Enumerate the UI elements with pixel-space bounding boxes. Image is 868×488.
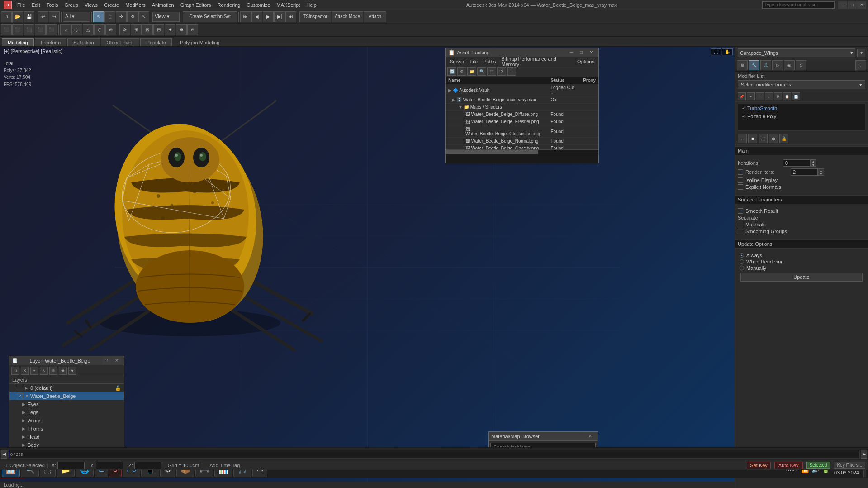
modifier-list-dropdown[interactable]: Select modifier from list ▾ xyxy=(738,80,865,89)
auto-key-btn[interactable]: Auto Key xyxy=(774,462,803,469)
select-region-button[interactable]: ⬚ xyxy=(104,11,115,22)
asset-tb-btn-6[interactable]: ? xyxy=(497,67,506,76)
play-button[interactable]: ▶ xyxy=(263,11,274,22)
y-input[interactable] xyxy=(96,462,123,469)
next-frame-button[interactable]: ▶| xyxy=(274,11,285,22)
scale-button[interactable]: ⤡ xyxy=(138,11,149,22)
tool-btn-12[interactable]: ⊞ xyxy=(131,24,142,35)
mod-copy-btn[interactable]: ⎘ xyxy=(774,92,782,100)
isoline-cb[interactable] xyxy=(738,177,743,183)
modifier-editable-poly[interactable]: ✓ Editable Poly xyxy=(738,112,865,120)
select-filter-dropdown[interactable]: All ▾ xyxy=(63,12,90,22)
nav-icon-1[interactable]: ↔ xyxy=(738,134,747,143)
tab-object-paint[interactable]: Object Paint xyxy=(101,38,140,46)
asset-tb-btn-7[interactable]: → xyxy=(507,67,516,76)
always-radio[interactable] xyxy=(740,253,744,258)
layer-item-thorns[interactable]: ▶ Thorns xyxy=(9,425,124,433)
nav-icon-4[interactable]: ⊕ xyxy=(769,134,778,143)
tool-btn-8[interactable]: △ xyxy=(83,24,94,35)
undo-button[interactable]: ↩ xyxy=(38,11,48,22)
asset-row-opacity[interactable]: 🖼 Water_Beetle_Beige_Opacity.png Found xyxy=(446,145,598,150)
tool-btn-6[interactable]: ○ xyxy=(60,24,71,35)
layer-item-waterbeetle[interactable]: ✓ ▼ Water_Beetle_Beige xyxy=(9,392,124,400)
rp-tab-modify[interactable]: 🔧 xyxy=(749,60,759,70)
new-file-button[interactable]: 🗋 xyxy=(1,11,12,22)
rp-tab-display2[interactable]: ◉ xyxy=(784,60,795,70)
close-button[interactable]: ✕ xyxy=(857,1,866,9)
asset-maximize-button[interactable]: □ xyxy=(577,49,586,56)
iterations-up-btn[interactable]: ▲ xyxy=(810,159,816,163)
mod-paste-instanced-btn[interactable]: 📄 xyxy=(792,92,800,100)
layer-lock-default[interactable]: 🔒 xyxy=(115,385,121,391)
render-iters-down-btn[interactable]: ▼ xyxy=(818,172,824,176)
asset-tb-btn-3[interactable]: 📁 xyxy=(467,67,476,76)
app-icon[interactable]: 3 xyxy=(4,1,12,9)
asset-row-vault[interactable]: ▶🔷 Autodesk Vault Logged Out ... xyxy=(446,84,598,96)
asset-scrollbar[interactable] xyxy=(446,149,598,154)
rp-nav-btn[interactable]: ▾ xyxy=(857,49,865,57)
mod-delete-btn[interactable]: ✕ xyxy=(747,92,755,100)
open-file-button[interactable]: 📂 xyxy=(12,11,23,22)
when-rendering-radio[interactable] xyxy=(740,259,744,264)
tab-modeling[interactable]: Modeling xyxy=(2,38,34,46)
viewport[interactable]: [+] [Perspective] [Realistic] Total Poly… xyxy=(0,47,735,488)
mod-pin-btn[interactable]: 📌 xyxy=(738,92,746,100)
tsinspector-button[interactable]: TSInspector xyxy=(299,11,331,22)
menu-item-animation[interactable]: Animation xyxy=(149,1,177,9)
asset-menu-bitmap[interactable]: Bitmap Performance and Memory xyxy=(499,56,574,67)
menu-item-file[interactable]: File xyxy=(14,1,28,9)
layer-more-btn[interactable]: ▼ xyxy=(68,367,76,375)
tool-btn-17[interactable]: ⊛ xyxy=(187,24,198,35)
last-frame-button[interactable]: ⏭ xyxy=(285,11,296,22)
asset-input-bar[interactable] xyxy=(446,154,598,163)
first-frame-button[interactable]: ⏮ xyxy=(240,11,251,22)
iterations-input[interactable] xyxy=(783,159,810,167)
layer-help-button[interactable]: ? xyxy=(102,357,111,364)
tab-populate[interactable]: Populate xyxy=(140,38,171,46)
tool-btn-10[interactable]: ⊕ xyxy=(105,24,116,35)
layer-delete-btn[interactable]: ✕ xyxy=(21,367,29,375)
rp-tab-utilities[interactable]: ⚙ xyxy=(796,60,806,70)
menu-item-modifiers[interactable]: Modifiers xyxy=(123,1,148,9)
menu-item-tools[interactable]: Tools xyxy=(44,1,61,9)
minimize-button[interactable]: ─ xyxy=(838,1,847,9)
layer-new-btn[interactable]: 🗋 xyxy=(11,367,19,375)
tool-btn-16[interactable]: ❈ xyxy=(176,24,187,35)
tool-btn-4[interactable]: ⬛ xyxy=(35,24,46,35)
create-selection-set[interactable]: Create Selection Set xyxy=(183,11,237,22)
menu-item-group[interactable]: Group xyxy=(62,1,81,9)
restore-button[interactable]: □ xyxy=(848,1,857,9)
asset-menu-options[interactable]: Options xyxy=(575,58,597,65)
materials-cb[interactable] xyxy=(738,222,743,227)
nav-icon-5[interactable]: 🔒 xyxy=(779,134,788,143)
menu-item-customize[interactable]: Customize xyxy=(244,1,273,9)
mod-paste-btn[interactable]: 📋 xyxy=(783,92,791,100)
mod-move-up-btn[interactable]: ↑ xyxy=(756,92,764,100)
tool-btn-7[interactable]: ◇ xyxy=(71,24,82,35)
tool-btn-14[interactable]: ⊟ xyxy=(153,24,164,35)
move-button[interactable]: ✛ xyxy=(116,11,127,22)
search-field[interactable]: Type a keyword or phrase xyxy=(762,1,835,9)
z-input[interactable] xyxy=(134,462,161,469)
asset-menu-file[interactable]: File xyxy=(467,58,480,65)
rp-tab-motion[interactable]: ▷ xyxy=(772,60,783,70)
menu-item-edit[interactable]: Edit xyxy=(29,1,43,9)
material-close-button[interactable]: ✕ xyxy=(586,433,595,440)
modifier-turbosmooth[interactable]: ✓ TurboSmooth xyxy=(738,104,865,112)
asset-row-fresnel[interactable]: 🖼 Water_Beetle_Beige_Fresnel.png Found xyxy=(446,118,598,125)
rp-tab-hierarchy[interactable]: ⚓ xyxy=(760,60,771,70)
asset-tb-btn-1[interactable]: 🔄 xyxy=(447,67,456,76)
asset-scrollbar-thumb[interactable] xyxy=(446,150,538,154)
asset-tb-btn-4[interactable]: 🔍 xyxy=(477,67,486,76)
asset-path-input[interactable] xyxy=(447,156,597,161)
render-iters-cb[interactable]: ✓ xyxy=(738,169,743,175)
attach-mode-button[interactable]: Attach Mode xyxy=(332,11,363,22)
manually-radio[interactable] xyxy=(740,266,744,270)
tool-btn-11[interactable]: ⟳ xyxy=(119,24,130,35)
add-time-tag-btn[interactable]: Add Time Tag xyxy=(206,463,243,468)
layer-item-wings[interactable]: ▶ Wings xyxy=(9,416,124,425)
nav-icon-3[interactable]: ⬚ xyxy=(759,134,768,143)
layer-item-default[interactable]: ▶ 0 (default) 🔒 xyxy=(9,384,124,392)
layer-add-obj-btn[interactable]: + xyxy=(30,367,38,375)
layer-close-button[interactable]: ✕ xyxy=(112,357,121,364)
